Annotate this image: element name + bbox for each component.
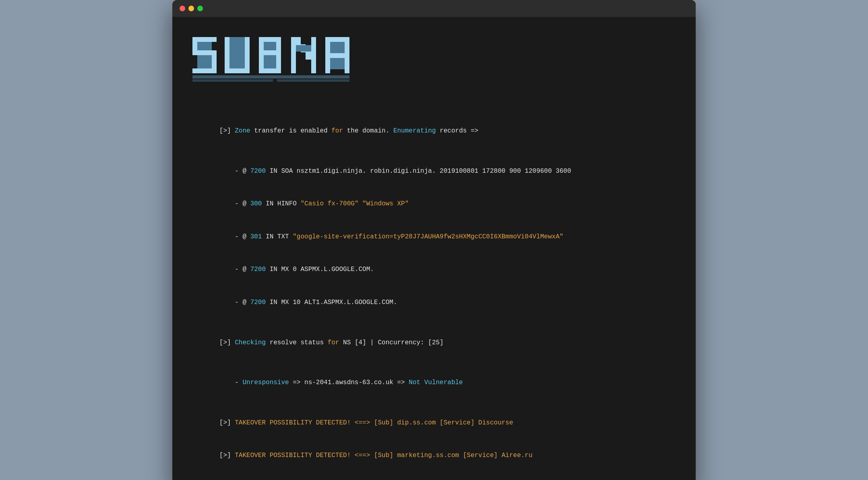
line-record-mx2: - @ 7200 IN MX 10 ALT1.ASPMX.L.GOOGLE.CO…: [188, 286, 680, 319]
svg-rect-30: [330, 42, 345, 53]
svg-rect-17: [276, 55, 281, 68]
svg-rect-22: [296, 37, 301, 45]
terminal-output: [>] Zone transfer is enabled for the dom…: [188, 115, 680, 472]
terminal-window: .px { fill: #a8d8f0; } .pd { fill: #4a7a…: [172, 0, 696, 480]
svg-rect-31: [330, 58, 345, 69]
svg-rect-24: [306, 52, 311, 60]
svg-rect-7: [197, 64, 212, 68]
svg-rect-28: [325, 37, 349, 42]
svg-rect-20: [291, 37, 296, 73]
line-zone-transfer: [>] Zone transfer is enabled for the dom…: [188, 115, 680, 148]
svg-rect-18: [264, 42, 276, 50]
svg-rect-25: [296, 45, 311, 52]
svg-rect-13: [259, 37, 281, 42]
line-takeover2: [>] TAKEOVER POSSIBILITY DETECTED! <==> …: [188, 439, 680, 472]
banner-svg: .px { fill: #a8d8f0; } .pd { fill: #4a7a…: [188, 33, 438, 97]
svg-rect-9: [245, 37, 250, 73]
line-unresponsive: - Unresponsive => ns-2041.awsdns-63.co.u…: [188, 366, 680, 399]
terminal-body: .px { fill: #a8d8f0; } .pd { fill: #4a7a…: [172, 17, 696, 480]
svg-rect-5: [197, 42, 212, 50]
svg-rect-19: [264, 55, 276, 68]
minimize-button[interactable]: [188, 6, 194, 11]
svg-rect-11: [229, 37, 245, 68]
svg-rect-21: [311, 37, 316, 73]
svg-rect-34: [277, 79, 349, 82]
close-button[interactable]: [180, 6, 185, 11]
line-takeover1: [>] TAKEOVER POSSIBILITY DETECTED! <==> …: [188, 407, 680, 440]
svg-rect-1: [192, 37, 197, 51]
svg-rect-6: [197, 55, 212, 64]
line-record-mx1: - @ 7200 IN MX 0 ASPMX.L.GOOGLE.COM.: [188, 253, 680, 286]
titlebar: [172, 0, 696, 17]
ascii-banner: .px { fill: #a8d8f0; } .pd { fill: #4a7a…: [188, 29, 680, 103]
svg-rect-32: [192, 75, 349, 79]
maximize-button[interactable]: [197, 6, 203, 11]
line-record-soa: - @ 7200 IN SOA nsztm1.digi.ninja. robin…: [188, 155, 680, 188]
svg-rect-10: [225, 68, 250, 73]
svg-rect-4: [192, 68, 217, 73]
line-record-hinfo: - @ 300 IN HINFO "Casio fx-700G" "Window…: [188, 188, 680, 221]
svg-rect-15: [259, 68, 281, 73]
svg-rect-16: [276, 42, 281, 50]
svg-rect-33: [192, 79, 273, 82]
line-checking-ns: [>] Checking resolve status for NS [4] |…: [188, 326, 680, 359]
svg-rect-29: [325, 53, 349, 58]
svg-rect-14: [259, 50, 281, 55]
svg-rect-8: [225, 37, 229, 73]
svg-rect-2: [192, 50, 217, 55]
line-record-txt: - @ 301 IN TXT "google-site-verification…: [188, 221, 680, 254]
svg-rect-3: [212, 55, 217, 69]
